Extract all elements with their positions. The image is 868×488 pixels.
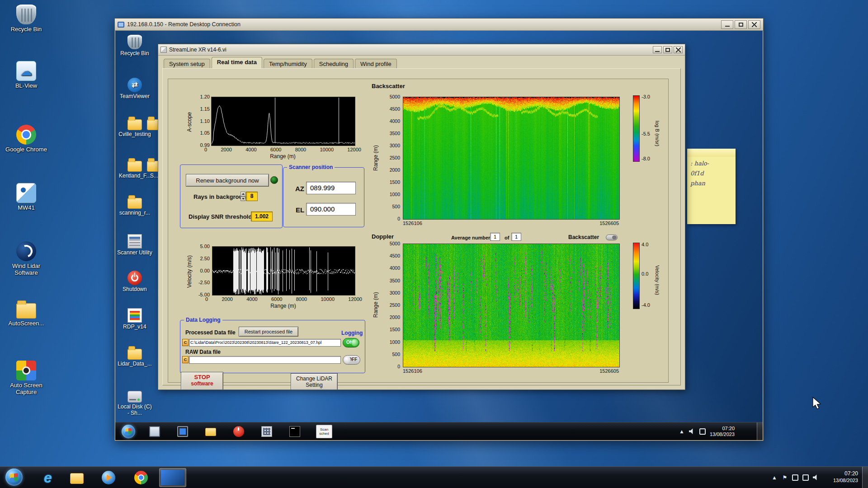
volume-icon[interactable]: [689, 428, 695, 435]
remote-icon-scanner-utility[interactable]: Scanner Utility: [117, 234, 152, 256]
remote-taskbar-item-display[interactable]: [176, 425, 189, 438]
host-date: 13/08/2023: [833, 477, 858, 484]
taskbar-item-chrome[interactable]: [132, 469, 150, 487]
minimize-button[interactable]: [721, 20, 733, 29]
remote-show-desktop-button[interactable]: [757, 422, 763, 440]
remote-taskbar-item-scan-sched[interactable]: Scan sched: [316, 425, 332, 438]
stop-software-button[interactable]: STOP software: [181, 372, 223, 390]
renew-background-button[interactable]: Renew background now: [186, 174, 269, 187]
sticky-note[interactable]: : halo- 0f1d phan: [687, 149, 736, 224]
el-label: EL: [296, 206, 304, 214]
taskbar-item-ie[interactable]: e: [39, 469, 57, 487]
remote-icon-local-disk[interactable]: Local Disk (C) - Sh...: [117, 391, 152, 416]
backscatter-display-toggle[interactable]: [606, 235, 618, 240]
remote-icon-rdp-v14[interactable]: RDP_v14: [117, 308, 152, 330]
rdp-v14-icon: [127, 308, 142, 323]
rays-spinner[interactable]: [241, 192, 245, 201]
folder-icon: [127, 349, 142, 360]
az-field[interactable]: 089.999: [306, 182, 356, 194]
show-desktop-button[interactable]: [862, 467, 868, 488]
display-icon[interactable]: [792, 474, 798, 481]
path-drive-icon[interactable]: C: [182, 356, 189, 363]
display-icon: [177, 426, 188, 437]
restart-processed-file-button[interactable]: Restart processed file: [239, 327, 298, 337]
network-icon[interactable]: [802, 474, 809, 481]
desktop-icon-bl-view[interactable]: BL-View: [5, 61, 47, 89]
mw41-icon: [16, 183, 36, 203]
icon-label: Local Disk (C) - Sh...: [117, 404, 152, 416]
path-drive-icon[interactable]: C: [182, 339, 189, 346]
increment-icon[interactable]: [241, 192, 245, 197]
remote-taskbar-item-folder[interactable]: [204, 425, 217, 438]
processed-path-field[interactable]: C:\Lidar\Data\Proc\2023\202308\20230813\…: [189, 339, 341, 347]
remote-clock[interactable]: 07:20 13/08/2023: [710, 426, 735, 437]
tick-label: 0: [397, 216, 400, 221]
folder-icon: [205, 428, 216, 436]
desktop-icon-autoscreen-folder[interactable]: AutoScreen...: [5, 300, 47, 327]
desktop-icon-mw41[interactable]: MW41: [5, 183, 47, 211]
desktop-icon-auto-screen-capture[interactable]: Auto Screen Capture: [5, 361, 47, 395]
scanner-utility-icon: [127, 234, 142, 249]
remote-icon-shutdown[interactable]: Shutdown: [117, 271, 152, 292]
raw-logging-toggle[interactable]: OFF: [343, 355, 360, 365]
action-center-flag-icon[interactable]: ⚑: [782, 474, 788, 481]
maximize-button[interactable]: [735, 20, 747, 29]
tab-real-time-data[interactable]: Real time data: [212, 57, 262, 69]
streamline-titlebar[interactable]: StreamLine XR v14-6.vi: [158, 44, 685, 56]
tick-label: 1.10: [200, 118, 210, 124]
maximize-button[interactable]: [663, 46, 672, 53]
host-clock[interactable]: 07:20 13/08/2023: [833, 470, 858, 484]
decrement-icon[interactable]: [241, 197, 245, 202]
taskbar-item-media-player[interactable]: [99, 469, 118, 487]
tab-wind-profile[interactable]: Wind profile: [355, 59, 397, 69]
tab-system-setup[interactable]: System setup: [164, 59, 210, 69]
desktop-icon-recycle-bin[interactable]: Recycle Bin: [5, 5, 47, 33]
remote-date: 13/08/2023: [710, 432, 735, 437]
raw-path-field[interactable]: [189, 356, 341, 364]
show-hidden-icons-icon[interactable]: ▲: [771, 474, 778, 481]
average-number-field[interactable]: 1: [490, 233, 500, 241]
show-hidden-icons-icon[interactable]: ▲: [679, 428, 685, 435]
tab-scheduling[interactable]: Scheduling: [314, 59, 354, 69]
desktop-icon-google-chrome[interactable]: Google Chrome: [5, 125, 47, 153]
remote-taskbar-item-grid[interactable]: [260, 425, 273, 438]
network-icon[interactable]: [699, 428, 706, 435]
icon-label: Google Chrome: [5, 146, 47, 153]
remote-icon-lidar-data[interactable]: Lidar_Data_...: [117, 346, 152, 367]
of-field[interactable]: 1: [511, 233, 521, 241]
rays-value-field[interactable]: 8: [246, 192, 258, 201]
tick-label: 2000: [390, 314, 400, 320]
snr-threshold-field[interactable]: 1.002: [251, 211, 273, 221]
remote-taskbar-item-cmd[interactable]: [288, 425, 301, 438]
tick-label: 1.05: [200, 130, 210, 136]
change-lidar-button[interactable]: Change LiDAR Setting: [291, 373, 338, 390]
velocity-y-ticks: 5.002.500.00-2.50-5.00: [192, 244, 210, 297]
tab-temp-humidity[interactable]: Temp/humidity: [264, 59, 312, 69]
start-button[interactable]: [5, 469, 23, 486]
backscatter-x-end: 1526605: [592, 221, 619, 226]
sticky-note-line: : halo-: [687, 160, 736, 167]
rdp-titlebar[interactable]: 192.168.0.150 - Remote Desktop Connectio…: [115, 19, 763, 31]
tick-label: 8000: [296, 296, 307, 302]
close-button[interactable]: [748, 20, 760, 29]
volume-icon[interactable]: [813, 474, 819, 481]
taskbar-item-rdp-active[interactable]: [159, 468, 186, 487]
remote-icon-teamviewer[interactable]: TeamViewer: [117, 78, 152, 99]
el-field[interactable]: 090.000: [306, 203, 356, 216]
remote-icon-scanning[interactable]: scanning_r...: [117, 195, 152, 216]
streamline-window: StreamLine XR v14-6.vi System setup Real…: [158, 44, 685, 390]
remote-taskbar-item-window[interactable]: [148, 425, 161, 438]
taskbar-item-explorer[interactable]: [68, 469, 86, 487]
remote-taskbar-item-shutdown[interactable]: [232, 425, 245, 438]
host-time: 07:20: [833, 470, 858, 477]
remote-icon-recycle-bin[interactable]: Recycle Bin: [117, 35, 152, 56]
minimize-button[interactable]: [653, 46, 662, 53]
folder-icon: [127, 198, 142, 209]
tick-label: 5.00: [200, 244, 210, 249]
processed-logging-toggle[interactable]: ON: [343, 338, 359, 347]
tick-label: 3500: [390, 131, 400, 136]
remote-start-button[interactable]: [122, 425, 135, 438]
colorbar-tick: -5.5: [642, 131, 650, 136]
close-button[interactable]: [674, 46, 683, 53]
desktop-icon-wind-lidar[interactable]: Wind Lidar Software: [5, 241, 47, 276]
